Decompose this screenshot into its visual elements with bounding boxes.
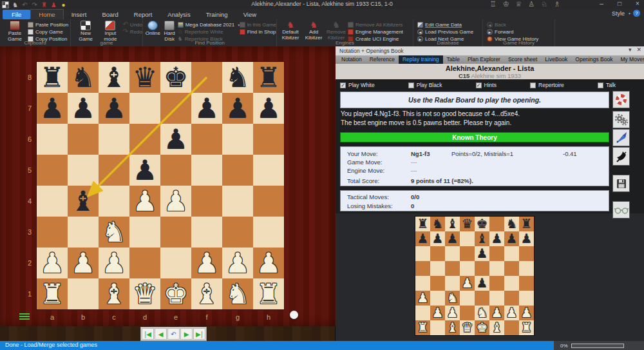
black-pawn-piece[interactable]: ♟ (253, 93, 284, 124)
square-d8[interactable]: ♛ (129, 62, 160, 93)
white-pawn-piece[interactable]: ♟ (430, 306, 445, 320)
square-f8[interactable] (489, 217, 504, 231)
menu-tab-board[interactable]: Board (94, 10, 126, 19)
unplay-move-button[interactable]: ↶ (167, 328, 180, 340)
piece-red-icon[interactable]: ♟ (50, 1, 57, 8)
square-h4[interactable] (519, 276, 534, 291)
white-king-piece[interactable]: ♚ (475, 320, 489, 335)
square-f2[interactable]: ♟ (489, 306, 504, 320)
square-e7[interactable]: ♝ (475, 231, 489, 246)
help-button[interactable] (612, 91, 630, 108)
black-pawn-piece[interactable]: ♟ (99, 93, 129, 124)
square-e7[interactable] (160, 93, 191, 124)
square-d6[interactable] (460, 246, 475, 261)
square-b3[interactable] (68, 217, 99, 248)
black-bishop-piece[interactable]: ♝ (445, 217, 460, 231)
square-b8[interactable]: ♞ (430, 217, 445, 231)
square-h6[interactable] (519, 246, 534, 261)
black-rook-piece[interactable]: ♜ (253, 62, 284, 93)
undo-button[interactable]: ↶ Undo (122, 21, 142, 28)
square-g7[interactable]: ♟ (504, 231, 519, 246)
square-g4[interactable] (504, 276, 519, 291)
square-a4[interactable] (37, 186, 68, 217)
square-d3[interactable] (129, 217, 160, 248)
black-knight-piece[interactable]: ♞ (222, 62, 253, 93)
square-c8[interactable]: ♝ (99, 62, 129, 93)
redo-button[interactable]: ↷ Redo (122, 28, 142, 35)
square-g5[interactable] (222, 155, 253, 186)
square-b7[interactable]: ♟ (68, 93, 99, 124)
square-e2[interactable] (160, 248, 191, 278)
square-e8[interactable]: ♚ (475, 217, 489, 231)
square-d7[interactable] (460, 231, 475, 246)
app-icon[interactable] (2, 1, 9, 8)
square-g6[interactable] (222, 124, 253, 155)
panel-tab-score-sheet[interactable]: Score sheet (504, 55, 541, 64)
white-rook-piece[interactable]: ♜ (415, 320, 430, 335)
previous-move-button[interactable]: ◀ (155, 328, 167, 340)
square-d3[interactable] (460, 291, 475, 306)
square-d1[interactable]: ♛ (129, 278, 160, 309)
menu-tab-home[interactable]: Home (30, 9, 63, 19)
white-pawn-piece[interactable]: ♟ (489, 306, 504, 320)
square-c2[interactable]: ♟ (445, 306, 460, 320)
square-h1[interactable]: ♜ (519, 320, 534, 335)
white-pawn-piece[interactable]: ♟ (99, 248, 129, 278)
square-b4[interactable]: ♝ (68, 186, 99, 217)
square-f5[interactable] (191, 155, 222, 186)
white-pawn-piece[interactable]: ♟ (253, 248, 284, 278)
square-e5[interactable] (160, 155, 191, 186)
square-g1[interactable]: ♞ (222, 278, 253, 309)
square-a5[interactable] (415, 261, 430, 276)
next-move-button[interactable]: ▶ (180, 328, 193, 340)
minimize-button[interactable]: – (598, 0, 605, 7)
find-in-shop-button[interactable]: Find in Shop (240, 28, 276, 35)
main-chessboard[interactable]: ♜♞♝♛♚♞♜♟♟♟♟♟♟♟♟♝♟♟♞♟♟♟♟♟♟♜♝♛♚♝♞♜ (37, 62, 284, 309)
square-f4[interactable] (191, 186, 222, 217)
square-a1[interactable]: ♜ (37, 278, 68, 309)
mega-database-dropdown[interactable]: Mega Database 2021 ▾ (178, 21, 240, 28)
square-g3[interactable] (504, 291, 519, 306)
square-d4[interactable]: ♟ (460, 276, 475, 291)
panel-tab-livebook[interactable]: LiveBook (541, 55, 571, 64)
black-pawn-piece[interactable]: ♟ (489, 231, 504, 246)
square-f8[interactable] (191, 62, 222, 93)
new-game-button[interactable]: New Game (73, 20, 98, 42)
square-a3[interactable] (37, 217, 68, 248)
save-button[interactable] (612, 175, 630, 192)
square-h8[interactable]: ♜ (253, 62, 284, 93)
panel-collapse-icon[interactable]: ▾ (629, 46, 632, 53)
black-bishop-piece[interactable]: ♝ (99, 62, 129, 93)
white-pawn-piece[interactable]: ♟ (191, 248, 222, 278)
white-pawn-piece[interactable]: ♟ (415, 291, 430, 306)
white-pawn-piece[interactable]: ♟ (129, 186, 160, 217)
engine-management-button[interactable]: Engine Management (348, 28, 403, 35)
panel-tab-notation[interactable]: Notation (337, 55, 366, 64)
panel-tab-openings-book[interactable]: Openings Book (571, 55, 616, 64)
square-h2[interactable]: ♟ (519, 306, 534, 320)
white-pawn-piece[interactable]: ♟ (460, 276, 475, 291)
square-f2[interactable]: ♟ (191, 248, 222, 278)
panel-tab-replay-training[interactable]: Replay training (399, 55, 443, 64)
black-pawn-piece[interactable]: ♟ (37, 93, 68, 124)
checkbox-box[interactable] (530, 83, 536, 88)
lightbulb-icon[interactable]: ● (60, 1, 67, 8)
panel-tab-my-moves[interactable]: My Moves (616, 55, 644, 64)
checkbox-box[interactable] (408, 83, 414, 88)
load-previous-game-button[interactable]: ◀ Load Previous Game (417, 28, 473, 35)
square-b2[interactable]: ♟ (68, 248, 99, 278)
online-button[interactable]: Online (144, 20, 162, 37)
panel-tab-reference[interactable]: Reference (366, 55, 399, 64)
square-h7[interactable]: ♟ (253, 93, 284, 124)
black-bishop-piece[interactable]: ♝ (475, 231, 489, 246)
black-pawn-piece[interactable]: ♟ (475, 276, 489, 291)
white-bishop-piece[interactable]: ♝ (445, 320, 460, 335)
radar-chessboard[interactable]: ♜♞♝♛♚♞♜♟♟♟♝♟♟♟♟♟♟♟♞♟♟♞♟♟♟♜♝♛♚♝♜ (415, 217, 534, 335)
white-pawn-piece[interactable]: ♟ (519, 306, 534, 320)
black-pawn-piece[interactable]: ♟ (68, 93, 99, 124)
square-g5[interactable] (504, 261, 519, 276)
square-a2[interactable] (415, 306, 430, 320)
square-c6[interactable] (99, 124, 129, 155)
black-pawn-piece[interactable]: ♟ (430, 231, 445, 246)
white-knight-piece[interactable]: ♞ (222, 278, 253, 309)
